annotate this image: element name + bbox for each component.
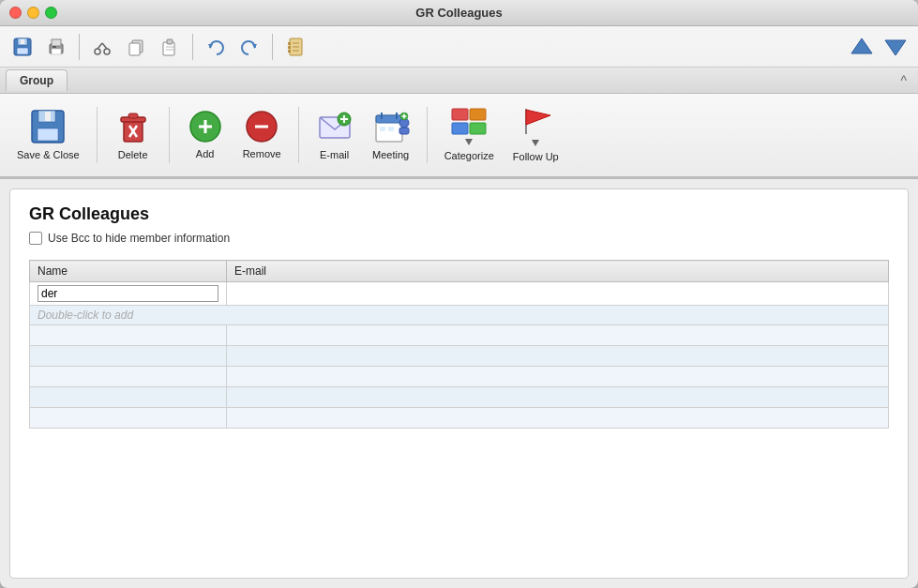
save-close-icon [29, 108, 67, 145]
svg-rect-54 [399, 128, 409, 134]
svg-marker-18 [208, 44, 213, 49]
ribbon-divider-3 [298, 107, 299, 163]
svg-rect-22 [288, 46, 291, 49]
svg-rect-58 [452, 109, 468, 120]
name-input-cell[interactable] [30, 282, 227, 306]
delete-icon [114, 108, 152, 145]
follow-up-button[interactable]: Follow Up [507, 98, 564, 171]
placeholder-cell[interactable]: Double-click to add [30, 306, 889, 325]
toolbar-undo-button[interactable] [201, 32, 231, 62]
empty-name-2 [30, 346, 227, 367]
delete-button[interactable]: Delete [109, 98, 158, 171]
svg-marker-19 [252, 44, 257, 49]
svg-rect-6 [52, 49, 61, 54]
empty-email-4 [227, 387, 889, 408]
svg-line-11 [102, 43, 107, 49]
empty-email-2 [227, 346, 889, 367]
meeting-button[interactable]: Meeting [367, 98, 415, 171]
scissors-icon [92, 37, 113, 57]
svg-marker-64 [526, 110, 550, 125]
remove-label: Remove [243, 148, 281, 159]
empty-email-3 [227, 367, 889, 387]
empty-name-1 [30, 325, 227, 346]
svg-point-9 [104, 49, 110, 54]
ribbon: Save & Close Delete [0, 94, 918, 178]
nav-up-button[interactable] [847, 32, 877, 62]
empty-name-4 [30, 387, 227, 408]
svg-rect-5 [52, 39, 61, 46]
group-tab[interactable]: Group [6, 69, 68, 91]
svg-rect-3 [21, 39, 24, 44]
table-row-empty-1 [30, 325, 889, 346]
email-input-cell[interactable] [227, 282, 889, 306]
bcc-checkbox[interactable] [29, 232, 42, 245]
svg-rect-52 [388, 127, 394, 131]
close-button[interactable] [9, 7, 22, 19]
title-bar: GR Colleagues [0, 0, 918, 26]
svg-rect-59 [470, 109, 486, 120]
toolbar-cut-button[interactable] [87, 32, 117, 62]
toolbar-save-button[interactable] [8, 32, 38, 62]
svg-rect-51 [380, 127, 385, 131]
bcc-row: Use Bcc to hide member information [29, 232, 889, 245]
toolbar-top [0, 26, 918, 68]
categorize-button[interactable]: Categorize [439, 98, 500, 171]
table-row-empty-5 [30, 408, 889, 429]
minimize-button[interactable] [27, 7, 39, 19]
table-row [30, 282, 889, 306]
table-row-empty-4 [30, 387, 889, 408]
svg-rect-61 [470, 123, 486, 134]
nav-down-button[interactable] [880, 32, 910, 62]
follow-up-label: Follow Up [513, 151, 559, 162]
email-icon [316, 108, 354, 145]
follow-up-icon [517, 106, 554, 136]
copy-icon [126, 37, 146, 57]
svg-rect-48 [376, 115, 402, 123]
traffic-lights [9, 7, 57, 19]
address-book-icon [285, 37, 306, 57]
col-header-name: Name [30, 261, 227, 282]
meeting-label: Meeting [372, 149, 409, 160]
empty-email-5 [227, 408, 889, 429]
name-input[interactable] [38, 285, 218, 302]
toolbar-redo-button[interactable] [234, 32, 264, 62]
undo-icon [205, 37, 226, 57]
remove-button[interactable]: Remove [237, 98, 287, 171]
members-table: Name E-mail Double-click to add [29, 260, 889, 429]
email-button[interactable]: E-mail [310, 98, 359, 171]
toolbar-copy-button[interactable] [121, 32, 151, 62]
empty-email-1 [227, 325, 889, 346]
toolbar-print-button[interactable] [41, 32, 71, 62]
divider-3 [272, 34, 273, 60]
svg-rect-13 [129, 43, 140, 55]
svg-rect-32 [45, 112, 51, 121]
divider-1 [79, 34, 80, 60]
follow-up-dropdown-icon [530, 138, 541, 147]
svg-rect-35 [128, 113, 138, 118]
toolbar-addressbook-button[interactable] [280, 32, 310, 62]
svg-rect-15 [167, 39, 173, 44]
ribbon-divider-1 [97, 107, 98, 163]
content-title: GR Colleagues [29, 204, 889, 224]
ribbon-divider-2 [169, 107, 170, 163]
nav-up-icon [850, 35, 874, 59]
toolbar-paste-button[interactable] [155, 32, 185, 62]
categorize-label: Categorize [444, 150, 494, 161]
svg-rect-60 [452, 123, 468, 134]
delete-label: Delete [118, 149, 148, 160]
toolbar-outer: Group ^ Save & Close [0, 26, 918, 179]
svg-line-10 [98, 43, 102, 49]
save-close-label: Save & Close [17, 149, 80, 160]
col-header-email: E-mail [227, 261, 889, 282]
divider-2 [192, 34, 193, 60]
categorize-dropdown-icon [463, 137, 474, 146]
svg-marker-28 [885, 40, 906, 55]
maximize-button[interactable] [45, 7, 57, 19]
placeholder-text: Double-click to add [38, 309, 133, 322]
add-label: Add [196, 148, 215, 159]
tab-collapse-button[interactable]: ^ [895, 71, 912, 90]
nav-arrows [847, 32, 910, 62]
add-button[interactable]: Add [181, 98, 230, 171]
svg-rect-2 [17, 48, 28, 54]
save-close-button[interactable]: Save & Close [11, 98, 85, 171]
